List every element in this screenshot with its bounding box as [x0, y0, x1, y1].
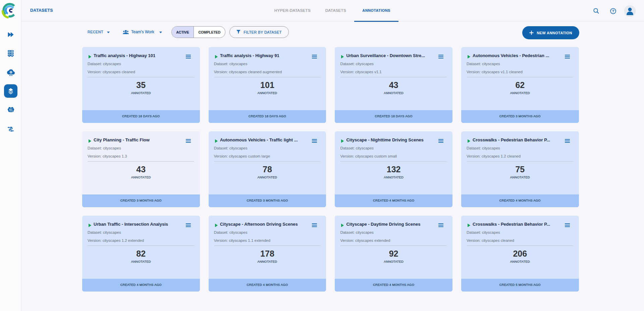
svg-text:?: ? — [612, 9, 614, 13]
